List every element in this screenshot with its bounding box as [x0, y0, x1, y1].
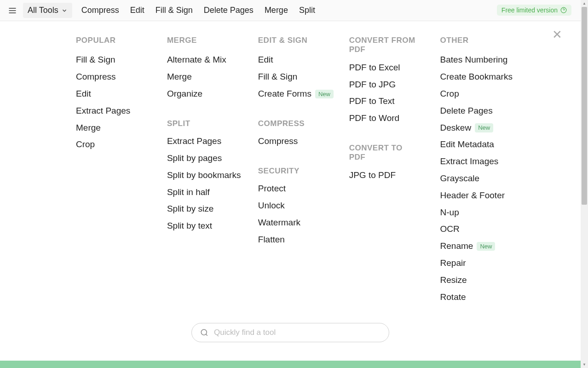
- new-badge: New: [475, 123, 493, 132]
- tool-alternate-mix[interactable]: Alternate & Mix: [167, 52, 254, 69]
- nav-merge[interactable]: Merge: [259, 2, 294, 19]
- tool-pdf-to-word[interactable]: PDF to Word: [349, 110, 437, 127]
- chevron-down-icon: [61, 7, 68, 14]
- heading-popular: POPULAR: [76, 36, 163, 45]
- tool-fill-sign-2[interactable]: Fill & Sign: [258, 69, 346, 86]
- mega-menu: ✕ POPULAR Fill & Sign Compress Edit Extr…: [0, 21, 581, 315]
- tool-crop-2[interactable]: Crop: [440, 86, 530, 103]
- tool-organize[interactable]: Organize: [167, 86, 254, 103]
- nav-delete-pages[interactable]: Delete Pages: [198, 2, 259, 19]
- hamburger-menu-button[interactable]: [4, 2, 21, 19]
- tool-label: Create Bookmarks: [440, 72, 513, 82]
- tool-watermark[interactable]: Watermark: [258, 214, 346, 231]
- tool-jpg-to-pdf[interactable]: JPG to PDF: [349, 167, 437, 184]
- new-badge: New: [315, 90, 334, 99]
- tool-edit-2[interactable]: Edit: [258, 52, 346, 69]
- tool-fill-sign[interactable]: Fill & Sign: [76, 52, 163, 69]
- tool-extract-pages-2[interactable]: Extract Pages: [167, 133, 254, 150]
- menu-col-edit-comp-sec: EDIT & SIGN Edit Fill & Sign Create Form…: [258, 36, 346, 305]
- menu-col-convert: CONVERT FROM PDF PDF to Excel PDF to JPG…: [349, 36, 437, 305]
- tool-merge[interactable]: Merge: [76, 120, 163, 137]
- search-container: [0, 315, 581, 361]
- heading-other: OTHER: [440, 36, 530, 45]
- tool-header-footer[interactable]: Header & Footer: [440, 187, 530, 204]
- tool-edit-metadata[interactable]: Edit Metadata: [440, 136, 530, 153]
- topbar: All Tools Compress Edit Fill & Sign Dele…: [0, 0, 581, 21]
- tool-deskew[interactable]: DeskewNew: [440, 120, 530, 137]
- tool-create-forms[interactable]: Create Forms New: [258, 86, 346, 103]
- nav-edit[interactable]: Edit: [125, 2, 150, 19]
- scrollbar-track[interactable]: ▲ ▼: [581, 0, 588, 368]
- tool-compress-2[interactable]: Compress: [258, 133, 346, 150]
- search-icon: [200, 328, 208, 337]
- menu-col-merge-split: MERGE Alternate & Mix Merge Organize SPL…: [167, 36, 254, 305]
- search-box[interactable]: [191, 323, 389, 342]
- tool-crop[interactable]: Crop: [76, 136, 163, 153]
- tool-label: Resize: [440, 275, 467, 286]
- close-icon: ✕: [552, 28, 562, 42]
- nav-fill-sign[interactable]: Fill & Sign: [150, 2, 198, 19]
- tool-edit[interactable]: Edit: [76, 86, 163, 103]
- tool-rename[interactable]: RenameNew: [440, 238, 530, 255]
- scroll-down-arrow-icon[interactable]: ▼: [581, 361, 588, 368]
- all-tools-label: All Tools: [28, 6, 58, 15]
- svg-point-5: [201, 330, 207, 335]
- tool-label: Grayscale: [440, 173, 480, 184]
- tool-label: N-up: [440, 207, 459, 218]
- tool-rotate[interactable]: Rotate: [440, 289, 530, 306]
- tool-pdf-to-text[interactable]: PDF to Text: [349, 93, 437, 110]
- tool-split-size[interactable]: Split by size: [167, 201, 254, 218]
- free-version-badge[interactable]: Free limited version: [497, 5, 571, 16]
- tool-bates[interactable]: Bates Numbering: [440, 52, 530, 69]
- heading-convert-from: CONVERT FROM PDF: [349, 36, 418, 55]
- tool-split-text[interactable]: Split by text: [167, 218, 254, 235]
- tool-label: Repair: [440, 258, 466, 269]
- tool-compress[interactable]: Compress: [76, 69, 163, 86]
- tool-resize[interactable]: Resize: [440, 272, 530, 289]
- tool-pdf-to-jpg[interactable]: PDF to JPG: [349, 76, 437, 93]
- tool-repair[interactable]: Repair: [440, 255, 530, 272]
- tool-label: OCR: [440, 224, 460, 235]
- tool-delete-pages[interactable]: Delete Pages: [440, 103, 530, 120]
- heading-convert-to: CONVERT TO PDF: [349, 144, 404, 162]
- all-tools-dropdown[interactable]: All Tools: [23, 3, 72, 18]
- tool-ocr[interactable]: OCR: [440, 221, 530, 238]
- search-input[interactable]: [214, 328, 380, 337]
- heading-security: SECURITY: [258, 167, 346, 176]
- tool-split-half[interactable]: Split in half: [167, 184, 254, 201]
- tool-label: Edit Metadata: [440, 139, 494, 150]
- tool-split-bookmarks[interactable]: Split by bookmarks: [167, 167, 254, 184]
- tool-pdf-to-excel[interactable]: PDF to Excel: [349, 59, 437, 76]
- nav-links: Compress Edit Fill & Sign Delete Pages M…: [76, 2, 321, 19]
- tool-label: Rename: [440, 241, 473, 252]
- tool-label: Create Forms: [258, 89, 311, 99]
- tool-label: Edit: [258, 55, 273, 65]
- tool-label: Extract Images: [440, 156, 499, 167]
- tool-split-pages[interactable]: Split by pages: [167, 150, 254, 167]
- tool-flatten[interactable]: Flatten: [258, 231, 346, 248]
- tool-extract-images[interactable]: Extract Images: [440, 153, 530, 170]
- tool-n-up[interactable]: N-up: [440, 204, 530, 221]
- help-icon: [560, 7, 567, 13]
- scrollbar-thumb[interactable]: [582, 7, 587, 205]
- free-version-label: Free limited version: [502, 6, 558, 14]
- nav-compress[interactable]: Compress: [76, 2, 125, 19]
- svg-line-6: [206, 334, 207, 336]
- tool-merge-2[interactable]: Merge: [167, 69, 254, 86]
- tool-extract-pages[interactable]: Extract Pages: [76, 103, 163, 120]
- heading-compress: COMPRESS: [258, 119, 346, 128]
- tool-unlock[interactable]: Unlock: [258, 197, 346, 214]
- tool-label: Header & Footer: [440, 190, 505, 201]
- close-menu-button[interactable]: ✕: [550, 28, 564, 41]
- tool-label: Fill & Sign: [258, 72, 298, 82]
- tool-bookmarks[interactable]: Create Bookmarks: [440, 69, 530, 86]
- tool-grayscale[interactable]: Grayscale: [440, 170, 530, 187]
- heading-split: SPLIT: [167, 119, 254, 128]
- tool-protect[interactable]: Protect: [258, 180, 346, 197]
- tool-label: Delete Pages: [440, 106, 493, 116]
- hero-section: Compress PDF: [0, 361, 581, 368]
- scroll-up-arrow-icon[interactable]: ▲: [581, 0, 588, 7]
- menu-col-other: OTHER Bates Numbering Create Bookmarks C…: [440, 36, 530, 305]
- heading-edit-sign: EDIT & SIGN: [258, 36, 346, 45]
- nav-split[interactable]: Split: [294, 2, 321, 19]
